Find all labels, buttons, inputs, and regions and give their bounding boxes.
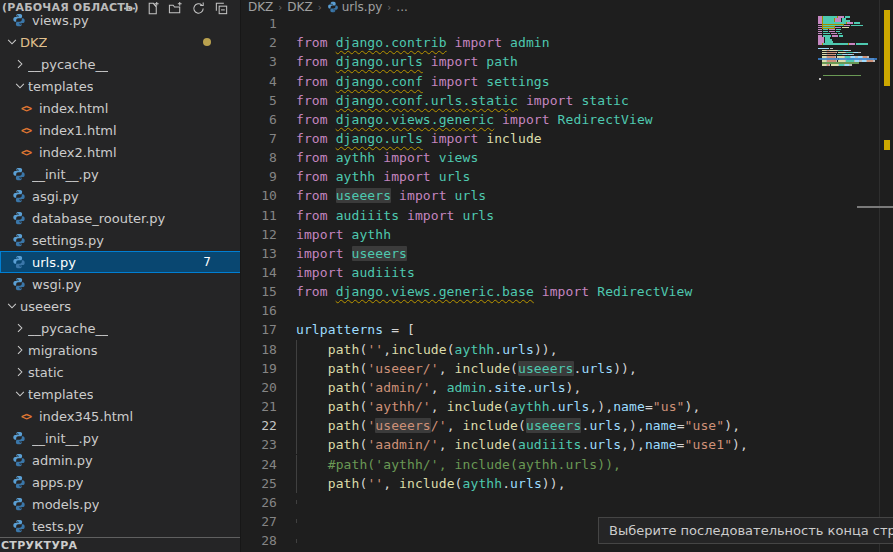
tree-item-asgi-py[interactable]: asgi.py (0, 185, 241, 207)
tree-item-settings-py[interactable]: settings.py (0, 229, 241, 251)
code-line-13[interactable]: 13import useeers (241, 244, 893, 263)
python-icon (11, 232, 27, 248)
tree-item-migrations[interactable]: migrations (0, 339, 241, 361)
line-number[interactable]: 16 (241, 303, 277, 318)
code-line-7[interactable]: 7from django.urls import include (241, 129, 893, 148)
line-number[interactable]: 15 (241, 284, 277, 299)
breadcrumb-item-dkz[interactable]: DKZ (287, 0, 312, 14)
tree-item-apps-py[interactable]: apps.py (0, 471, 241, 493)
line-number[interactable]: 10 (241, 188, 277, 203)
minimap-line-segment (832, 35, 838, 37)
code-line-16[interactable]: 16 (241, 301, 893, 320)
tree-item-index-html[interactable]: <>index.html (0, 97, 241, 119)
tree-item--init-py[interactable]: __init__.py (0, 427, 241, 449)
tree-item-wsgi-py[interactable]: wsgi.py (0, 273, 241, 295)
breadcrumb-item-urls-py[interactable]: urls.py (327, 0, 383, 14)
tree-item-urls-py[interactable]: urls.py7 (0, 251, 241, 273)
line-number[interactable]: 21 (241, 399, 277, 414)
code-line-1[interactable]: 1 (241, 14, 893, 33)
line-number[interactable]: 9 (241, 169, 277, 184)
line-number[interactable]: 19 (241, 361, 277, 376)
code-line-14[interactable]: 14import audiiits (241, 263, 893, 282)
tree-item--pycache-[interactable]: __pycache__ (0, 317, 241, 339)
line-number[interactable]: 2 (241, 35, 277, 50)
more-actions-icon[interactable] (121, 0, 137, 16)
explorer-actions (121, 0, 229, 16)
code-line-26[interactable]: 26 (241, 493, 893, 512)
tree-item-database-roouter-py[interactable]: database_roouter.py (0, 207, 241, 229)
minimap[interactable] (818, 14, 878, 314)
code-line-19[interactable]: 19 path('useeer/', include(useeers.urls)… (241, 359, 893, 378)
code-line-9[interactable]: 9from aythh import urls (241, 167, 893, 186)
minimap-line-segment (873, 60, 875, 62)
refresh-explorer-icon[interactable] (190, 0, 206, 16)
code-line-22[interactable]: 22 path('useeers/', include(useeers.urls… (241, 416, 893, 435)
tree-item--pycache-[interactable]: __pycache__ (0, 53, 241, 75)
line-number[interactable]: 14 (241, 265, 277, 280)
line-number[interactable]: 11 (241, 208, 277, 223)
line-number[interactable]: 26 (241, 495, 277, 510)
line-number[interactable]: 25 (241, 476, 277, 491)
line-number[interactable]: 17 (241, 322, 277, 337)
chevron-right-icon (12, 342, 28, 358)
line-number[interactable]: 13 (241, 246, 277, 261)
line-number[interactable]: 5 (241, 93, 277, 108)
line-number[interactable]: 28 (241, 533, 277, 548)
line-number[interactable]: 18 (241, 342, 277, 357)
line-number[interactable]: 3 (241, 54, 277, 69)
tree-item-tests-py[interactable]: tests.py (0, 515, 241, 537)
tree-item-models-py[interactable]: models.py (0, 493, 241, 515)
tree-item-index1-html[interactable]: <>index1.html (0, 119, 241, 141)
collapse-folders-icon[interactable] (213, 0, 229, 16)
code-line-24[interactable]: 24 #path('aythh/', include(aythh.urls)), (241, 454, 893, 473)
code-line-12[interactable]: 12import aythh (241, 225, 893, 244)
line-number[interactable]: 27 (241, 514, 277, 529)
code-line-20[interactable]: 20 path('admin/', admin.site.urls), (241, 378, 893, 397)
tree-item--init-py[interactable]: __init__.py (0, 163, 241, 185)
minimap-line-segment (823, 43, 848, 45)
tree-item-index345-html[interactable]: <>index345.html (0, 405, 241, 427)
code-line-8[interactable]: 8from aythh import views (241, 148, 893, 167)
new-folder-icon[interactable] (167, 0, 183, 16)
line-number[interactable]: 1 (241, 16, 277, 31)
line-number[interactable]: 8 (241, 150, 277, 165)
code-line-6[interactable]: 6from django.views.generic import Redire… (241, 110, 893, 129)
code-line-25[interactable]: 25 path('', include(aythh.urls)), (241, 474, 893, 493)
tree-item-templates[interactable]: templates (0, 75, 241, 97)
tree-item-index2-html[interactable]: <>index2.html (0, 141, 241, 163)
code-line-5[interactable]: 5from django.conf.urls.static import sta… (241, 91, 893, 110)
tree-item-admin-py[interactable]: admin.py (0, 449, 241, 471)
breadcrumb-item-dkz[interactable]: DKZ (248, 0, 273, 14)
line-number[interactable]: 24 (241, 457, 277, 472)
code-line-17[interactable]: 17urlpatterns = [ (241, 320, 893, 339)
outline-section-header[interactable]: СТРУКТУРА (0, 537, 240, 552)
code-line-18[interactable]: 18 path('',include(aythh.urls)), (241, 340, 893, 359)
tree-item-useeers[interactable]: useeers (0, 295, 241, 317)
tree-item-dkz[interactable]: DKZ (0, 31, 241, 53)
line-number[interactable]: 23 (241, 437, 277, 452)
code-line-11[interactable]: 11from audiiits import urls (241, 206, 893, 225)
code-line-10[interactable]: 10from useeers import urls (241, 186, 893, 205)
breadcrumb-item--[interactable]: ... (396, 0, 407, 14)
code-line-21[interactable]: 21 path('aythh/', include(aythh.urls,),n… (241, 397, 893, 416)
code-line-2[interactable]: 2from django.contrib import admin (241, 33, 893, 52)
line-number[interactable]: 4 (241, 74, 277, 89)
code-line-15[interactable]: 15from django.views.generic.base import … (241, 282, 893, 301)
tree-item-static[interactable]: static (0, 361, 241, 383)
tree-item-templates[interactable]: templates (0, 383, 241, 405)
minimap-line-segment (856, 43, 868, 45)
line-number[interactable]: 7 (241, 131, 277, 146)
code-line-4[interactable]: 4from django.conf import settings (241, 71, 893, 90)
line-number[interactable]: 22 (241, 418, 277, 433)
line-number[interactable]: 12 (241, 227, 277, 242)
line-number[interactable]: 6 (241, 112, 277, 127)
code-line-3[interactable]: 3from django.urls import path (241, 52, 893, 71)
line-content: from django.urls import path (296, 54, 518, 69)
breadcrumb: DKZ›DKZ›urls.py›... (241, 0, 893, 14)
code-line-23[interactable]: 23 path('aadmin/', include(audiiits.urls… (241, 435, 893, 454)
new-file-icon[interactable] (144, 0, 160, 16)
line-number[interactable]: 20 (241, 380, 277, 395)
overview-ruler[interactable] (881, 0, 893, 552)
minimap-line-segment (849, 43, 855, 45)
line-content: import aythh (296, 227, 391, 242)
